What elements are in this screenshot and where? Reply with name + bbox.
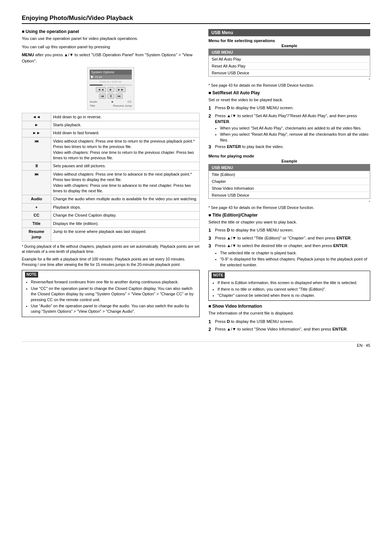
panel-label-row: Audio ■ CC: [90, 100, 132, 103]
usb-menu-row: Remove USB Device: [209, 192, 370, 198]
usb-menu-row: Show Video Information: [209, 185, 370, 192]
table-key: ►: [22, 121, 51, 129]
list-item: If there is no title or edition, you can…: [217, 287, 367, 292]
set-reset-title: Set/Reset All Auto Play: [208, 90, 370, 95]
table-row: TitleDisplays the title (edition).: [22, 219, 200, 227]
usb-menu-row: Set All Auto Play: [209, 56, 370, 63]
show-video-title: Show Video Information: [208, 304, 370, 309]
show-video-steps: 1Press D to display the USB MENU screen.…: [208, 319, 370, 333]
usb-menu-row: Title (Edition): [209, 171, 370, 178]
usb-menu-row: Remove USB Device: [209, 70, 370, 76]
step-bullets: The selected title or chapter is played …: [215, 250, 370, 268]
table-row: ⏭Video without chapters: Press one time …: [22, 170, 200, 195]
step-bullets: When you select "Set All Auto Play", che…: [215, 126, 370, 143]
table-key: ◄◄: [22, 113, 51, 121]
op-table-body: ◄◄Hold down to go in reverse.►Starts pla…: [22, 113, 200, 241]
usb-menu-row: Reset All Auto Play: [209, 63, 370, 70]
table-row: AudioChange the audio when multiple audi…: [22, 195, 200, 203]
op-para3: MENU after you press ▲/▼ to select "USB …: [22, 52, 200, 64]
example-label-2: Example: [208, 159, 370, 163]
example-label-1: Example: [208, 44, 370, 48]
step-text: Press D to display the USB MENU screen.: [215, 105, 370, 111]
table-row: ◄◄Hold down to go in reverse.: [22, 113, 200, 121]
op-para1: You can use the operation panel for vide…: [22, 36, 200, 42]
footnote2: Example for a file with a playback time …: [22, 257, 200, 267]
table-value: Change the Closed Caption display.: [51, 212, 200, 219]
file-menu-box: USB MENUSet All Auto PlayReset All Auto …: [208, 49, 370, 77]
left-note-list: Reverse/fast forward continues from one …: [25, 279, 196, 314]
table-key: CC: [22, 212, 51, 219]
op-para2: You can call up this operation panel by …: [22, 44, 200, 50]
step-num: 3: [208, 144, 215, 150]
menu-for-playing-section: Menu for playing mode Example USB MENUTi…: [208, 154, 370, 210]
footnote1: * During playback of a file without chap…: [22, 244, 200, 254]
step-item: 2Press ▲/▼ to select "Show Video Informa…: [208, 326, 370, 333]
usb-menu-row: USB MENU: [209, 164, 370, 171]
right-column: USB Menu Menu for file selecting operati…: [208, 29, 370, 334]
panel-label-row2: Title Resume Jump: [90, 104, 132, 107]
panel-time: 0:04:11 / 0:57:42: [90, 80, 132, 83]
list-item: Use "CC" on the operation panel to chang…: [31, 286, 196, 303]
step-text: Press ▲/▼ to select "Title (Edition)" or…: [215, 235, 370, 242]
title-chapter-intro: Select the title or chapter you want to …: [208, 219, 370, 225]
step-item: 3Press ▲/▼ to select "Title (Edition)" o…: [208, 235, 370, 242]
table-row: Resume jumpJump to the scene where playb…: [22, 227, 200, 241]
table-row: +Playback stops.: [22, 203, 200, 211]
list-item: Reverse/fast forward continues from one …: [31, 279, 196, 285]
list-item: "Chapter" cannot be selected when there …: [217, 293, 367, 298]
list-item: If there is Edition information, this sc…: [217, 280, 367, 286]
table-value: Displays the title (edition).: [51, 219, 200, 227]
set-reset-steps: 1Press D to display the USB MENU screen.…: [208, 105, 370, 150]
list-item: Use "Audio" on the operation panel to ch…: [31, 303, 196, 315]
usb-menu-header: USB Menu: [208, 29, 370, 36]
table-key: Audio: [22, 195, 51, 203]
table-key: ⏭: [22, 170, 51, 195]
table-key: ►►: [22, 129, 51, 137]
usb-menu-row: Chapter: [209, 178, 370, 185]
step-num: 2: [208, 326, 215, 333]
menu-for-playing-label: Menu for playing mode: [208, 154, 370, 158]
step-num: 1: [208, 105, 215, 111]
file-footnote: * See page 43 for details on the Remove …: [208, 83, 370, 88]
operation-table: ◄◄Hold down to go in reverse.►Starts pla…: [22, 113, 200, 242]
table-row: CCChange the Closed Caption display.: [22, 212, 200, 219]
btn-pause: ⏸: [107, 94, 114, 99]
table-value: Starts playback.: [51, 121, 200, 129]
panel-header: System Options: [90, 70, 132, 75]
step-num: 3: [208, 243, 215, 249]
panel-sub: PLAY: [90, 75, 132, 79]
panel-label-stop: ■: [111, 100, 113, 103]
btn-next: ⏭: [116, 94, 123, 99]
right-note-box: NOTE If there is Edition information, th…: [208, 271, 370, 301]
table-row: ⏮Video without chapters: Press one time …: [22, 137, 200, 162]
page-number: EN · 45: [22, 341, 370, 348]
show-video-intro: The information of the current file is d…: [208, 310, 370, 316]
op-para3-rest: after you press ▲/▼ to select "USB Opera…: [22, 53, 192, 63]
step-item: 3Press ENTER to play back the video.: [208, 144, 370, 150]
title-chapter-steps: 1Press D to display the USB MENU screen.…: [208, 227, 370, 268]
list-item: When you select "Set All Auto Play", che…: [220, 126, 370, 131]
playing-menu-asterisk: *: [208, 200, 370, 204]
table-value: Sets pauses and still pictures.: [51, 162, 200, 170]
step-item: 2Press ▲/▼ to select "Set All Auto Play"…: [208, 113, 370, 124]
step-text: Press ▲/▼ to select the desired title or…: [215, 243, 370, 249]
left-note-box: NOTE Reverse/fast forward continues from…: [22, 270, 200, 317]
left-note-title: NOTE: [25, 272, 38, 278]
table-value: Hold down to go in reverse.: [51, 113, 200, 121]
btn-prev: ⏮: [99, 94, 106, 99]
playing-menu-box: USB MENUTitle (Edition)ChapterShow Video…: [208, 164, 370, 199]
menu-for-file-label: Menu for file selecting operations: [208, 38, 370, 43]
step-item: 3Press ▲/▼ to select the desired title o…: [208, 243, 370, 249]
operation-panel-title: Using the operation panel: [22, 29, 200, 34]
btn-play: ►: [107, 87, 114, 92]
title-chapter-title: Title (Edition)/Chapter: [208, 213, 370, 218]
step-text: Press D to display the USB MENU screen.: [215, 319, 370, 325]
panel-buttons-row2: ⏮ ⏸ ⏭: [90, 94, 132, 99]
file-menu-asterisk: *: [208, 78, 370, 82]
op-para2-text: You can call up this operation panel by …: [22, 45, 110, 49]
panel-label-cc: CC: [128, 100, 132, 103]
operation-panel-diagram: System Options PLAY 0:04:11 / 0:57:42 ◄◄…: [87, 67, 134, 110]
menu-bold: MENU: [22, 53, 34, 57]
list-item: The selected title or chapter is played …: [220, 250, 370, 256]
panel-progress-bar: [90, 85, 132, 86]
